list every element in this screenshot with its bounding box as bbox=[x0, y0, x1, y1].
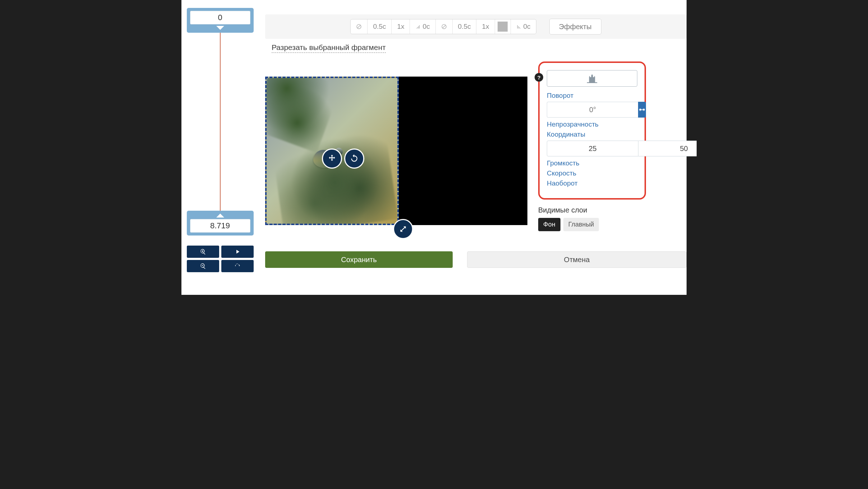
move-icon bbox=[327, 154, 337, 163]
move-handle[interactable] bbox=[322, 148, 342, 169]
timeline-rail[interactable] bbox=[181, 33, 259, 211]
cut-fragment-link[interactable]: Разрезать выбранный фрагмент bbox=[272, 43, 386, 53]
refresh-icon bbox=[350, 154, 359, 163]
rotation-label: Поворот bbox=[547, 92, 637, 100]
transition-out-speed[interactable]: 1x bbox=[476, 19, 495, 34]
canvas-area bbox=[265, 61, 527, 231]
forbidden-icon bbox=[356, 24, 362, 29]
bars-asc-icon bbox=[415, 24, 421, 29]
reverse-link[interactable]: Наоборот bbox=[547, 179, 637, 187]
properties-panel: ? Поворот Непрозрачность Координ bbox=[538, 61, 646, 231]
save-button[interactable]: Сохранить bbox=[265, 251, 453, 268]
timeline-column bbox=[181, 0, 259, 295]
effects-button[interactable]: Эффекты bbox=[549, 19, 601, 35]
zoom-in-button[interactable] bbox=[187, 246, 219, 258]
transition-out-duration[interactable]: 0.5с bbox=[453, 19, 477, 34]
video-canvas[interactable] bbox=[265, 77, 527, 225]
forbidden-icon bbox=[441, 24, 447, 29]
help-badge[interactable]: ? bbox=[535, 73, 543, 82]
rotate-handle[interactable] bbox=[344, 148, 364, 169]
speed-link[interactable]: Скорость bbox=[547, 169, 637, 177]
timeline-start-input[interactable] bbox=[190, 11, 250, 24]
coord-x1-input[interactable] bbox=[547, 141, 638, 156]
timeline-end-input[interactable] bbox=[190, 219, 250, 233]
transition-in-none[interactable] bbox=[351, 19, 368, 34]
flip-horizontal-icon bbox=[638, 106, 646, 114]
swatch-icon bbox=[498, 22, 508, 32]
transition-in-duration[interactable]: 0.5с bbox=[368, 19, 392, 34]
transition-in-group: 0.5с 1x 0с 0.5с 1x 0с bbox=[350, 19, 536, 34]
transition-in-speed[interactable]: 1x bbox=[392, 19, 410, 34]
visible-layers-title: Видимые слои bbox=[538, 206, 646, 214]
transition-toolbar: 0.5с 1x 0с 0.5с 1x 0с bbox=[265, 14, 687, 39]
transition-out-none[interactable] bbox=[436, 19, 453, 34]
reload-icon bbox=[234, 263, 241, 269]
play-icon bbox=[234, 248, 241, 255]
opacity-link[interactable]: Непрозрачность bbox=[547, 120, 637, 128]
transition-out-offset[interactable]: 0с bbox=[511, 19, 536, 34]
play-button[interactable] bbox=[221, 246, 254, 258]
transition-in-offset[interactable]: 0с bbox=[410, 19, 435, 34]
coords-label: Координаты bbox=[547, 131, 637, 138]
caret-down-icon bbox=[216, 26, 224, 30]
castle-icon bbox=[585, 73, 599, 84]
layer-bg-button[interactable]: Фон bbox=[538, 218, 560, 231]
flip-horizontal-button[interactable] bbox=[638, 102, 646, 118]
resize-icon bbox=[398, 224, 408, 234]
cancel-button[interactable]: Отмена bbox=[467, 251, 687, 268]
reload-button[interactable] bbox=[221, 260, 254, 272]
bars-desc-icon bbox=[516, 24, 522, 29]
layer-main-button[interactable]: Главный bbox=[563, 218, 599, 231]
layer-thumbnail[interactable] bbox=[547, 70, 637, 87]
zoom-out-button[interactable] bbox=[187, 260, 219, 272]
volume-link[interactable]: Громкость bbox=[547, 159, 637, 167]
timeline-start-handle[interactable] bbox=[187, 8, 254, 33]
rotation-input[interactable] bbox=[547, 102, 638, 118]
coord-y1-input[interactable] bbox=[638, 141, 697, 156]
resize-handle[interactable] bbox=[393, 219, 413, 239]
properties-highlighted-box: ? Поворот Непрозрачность Координ bbox=[538, 61, 646, 200]
caret-up-icon bbox=[216, 214, 224, 218]
zoom-in-icon bbox=[200, 248, 206, 255]
timeline-end-handle[interactable] bbox=[187, 211, 254, 236]
zoom-out-icon bbox=[200, 263, 206, 269]
color-swatch[interactable] bbox=[495, 19, 511, 34]
